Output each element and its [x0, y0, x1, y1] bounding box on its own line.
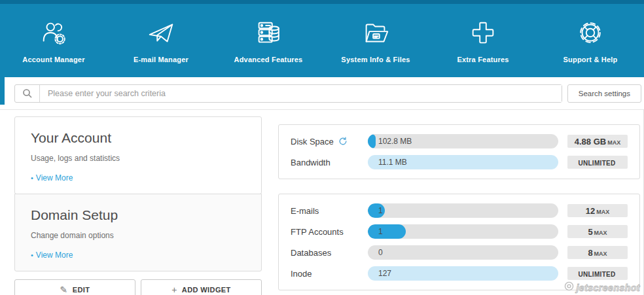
- right-column: Disk Space 102.8 MB 4.88 GBMAX: [278, 124, 640, 295]
- card-title: Your Account: [31, 130, 245, 146]
- usage-value: 1: [378, 203, 383, 218]
- usage-label: FTP Accounts: [291, 227, 344, 237]
- usage-row-emails: E-mails 1 12MAX: [291, 203, 628, 218]
- nav-label: E-mail Manager: [134, 56, 188, 63]
- usage-value: 1: [378, 224, 383, 239]
- domain-setup-card: Domain Setup Change domain options •View…: [14, 194, 262, 271]
- nav-item-account-manager[interactable]: Account Manager: [0, 4, 107, 77]
- system-info-files-icon: [361, 18, 391, 48]
- usage-bar: 1: [368, 203, 558, 218]
- usage-row-bandwidth: Bandwidth 11.1 MB UNLIMITED: [291, 155, 628, 169]
- nav-item-email-manager[interactable]: E-mail Manager: [107, 4, 215, 77]
- nav-label: Advanced Features: [234, 56, 303, 63]
- usage-bar-fill: [368, 224, 406, 239]
- card-subtitle: Usage, logs and statistics: [31, 154, 245, 163]
- your-account-card: Your Account Usage, logs and statistics …: [14, 116, 262, 194]
- view-more-link[interactable]: •View More: [31, 251, 73, 260]
- extra-features-icon: [468, 18, 498, 48]
- nav-item-extra-features[interactable]: Extra Features: [429, 4, 537, 77]
- add-widget-button[interactable]: + ADD WIDGET: [141, 279, 262, 295]
- usage-bar: 0: [368, 245, 558, 260]
- view-more-label: View More: [36, 251, 73, 260]
- dashboard-content: Your Account Usage, logs and statistics …: [0, 110, 644, 295]
- pencil-icon: ✎: [60, 285, 68, 294]
- usage-bar-fill: [368, 134, 376, 148]
- bullet: •: [31, 174, 33, 182]
- search-box: [14, 84, 562, 103]
- usage-row-ftp-accounts: FTP Accounts 1 5MAX: [291, 224, 628, 239]
- plus-icon: +: [171, 285, 177, 294]
- bullet: •: [31, 251, 33, 259]
- account-manager-icon: [39, 18, 69, 48]
- usage-max-badge: UNLIMITED: [567, 156, 628, 169]
- usage-value: 0: [378, 245, 383, 260]
- card-subtitle: Change domain options: [31, 231, 245, 240]
- dashboard-actions: ✎ EDIT + ADD WIDGET: [14, 279, 262, 295]
- usage-row-inode: Inode 127 UNLIMITED: [291, 266, 628, 281]
- usage-label: Disk Space: [291, 137, 334, 147]
- usage-panel-storage: Disk Space 102.8 MB 4.88 GBMAX: [278, 124, 640, 179]
- usage-bar: 1: [368, 224, 558, 239]
- usage-value: 102.8 MB: [378, 134, 412, 148]
- usage-label: Bandwidth: [291, 158, 331, 167]
- left-column: Your Account Usage, logs and statistics …: [14, 116, 262, 295]
- edit-button-label: EDIT: [73, 286, 90, 294]
- view-more-link[interactable]: •View More: [31, 173, 73, 182]
- usage-value: 11.1 MB: [378, 155, 407, 169]
- usage-label: E-mails: [291, 206, 319, 216]
- usage-max-badge: 5MAX: [567, 225, 628, 238]
- search-icon[interactable]: [15, 85, 40, 102]
- usage-value: 127: [378, 266, 391, 281]
- usage-row-databases: Databases 0 8MAX: [291, 245, 628, 260]
- usage-max-badge: UNLIMITED: [567, 267, 628, 280]
- nav-item-advanced-features[interactable]: Advanced Features: [215, 4, 322, 77]
- header-edge-accent: [0, 77, 5, 105]
- usage-bar: 11.1 MB: [368, 155, 558, 169]
- directadmin-dashboard: Account Manager E-mail Manager: [0, 0, 644, 295]
- nav-label: Account Manager: [22, 56, 84, 63]
- nav-label: Extra Features: [457, 56, 509, 63]
- usage-panel-accounts: E-mails 1 12MAX FTP Accounts: [278, 194, 640, 290]
- support-help-icon: [575, 18, 605, 48]
- advanced-features-icon: [253, 18, 283, 48]
- usage-label: Inode: [291, 269, 312, 279]
- add-widget-button-label: ADD WIDGET: [182, 286, 231, 294]
- search-input[interactable]: [40, 85, 562, 102]
- main-nav: Account Manager E-mail Manager: [0, 4, 644, 77]
- usage-max-badge: 12MAX: [567, 204, 628, 217]
- nav-label: System Info & Files: [341, 56, 410, 63]
- search-row: Search settings: [0, 77, 644, 110]
- refresh-icon[interactable]: [338, 137, 348, 146]
- usage-max-badge: 8MAX: [567, 246, 628, 259]
- usage-max-badge: 4.88 GBMAX: [567, 135, 628, 148]
- email-manager-icon: [146, 18, 176, 48]
- nav-item-support-help[interactable]: Support & Help: [537, 4, 644, 77]
- view-more-label: View More: [36, 173, 73, 182]
- usage-label: Databases: [291, 248, 331, 258]
- usage-bar: 102.8 MB: [368, 134, 558, 148]
- usage-bar: 127: [368, 266, 558, 281]
- edit-button[interactable]: ✎ EDIT: [14, 279, 135, 295]
- card-title: Domain Setup: [31, 207, 245, 223]
- usage-row-disk-space: Disk Space 102.8 MB 4.88 GBMAX: [291, 134, 628, 148]
- search-settings-button[interactable]: Search settings: [567, 84, 641, 103]
- nav-label: Support & Help: [564, 56, 618, 63]
- nav-item-system-info-files[interactable]: System Info & Files: [322, 4, 429, 77]
